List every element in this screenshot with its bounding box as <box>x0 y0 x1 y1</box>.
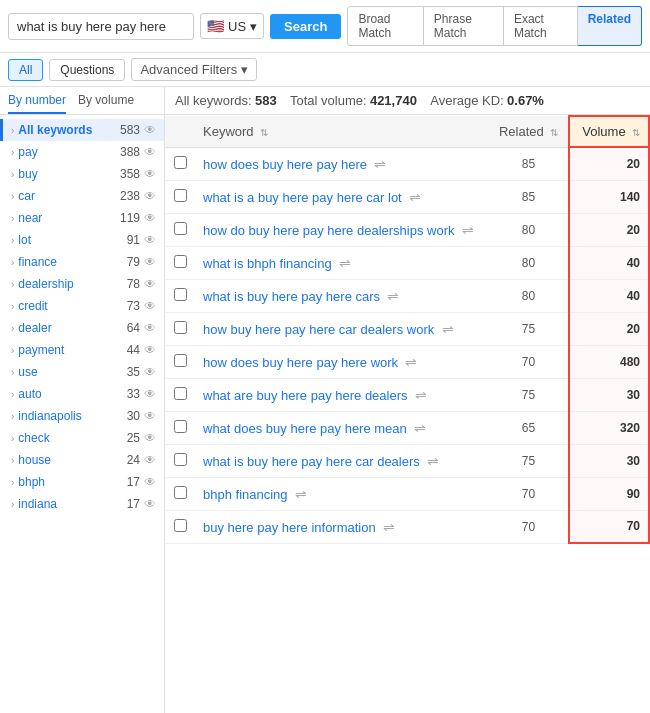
add-to-list-icon[interactable]: ⇌ <box>442 321 454 337</box>
eye-icon[interactable]: 👁 <box>144 343 156 357</box>
eye-icon[interactable]: 👁 <box>144 123 156 137</box>
row-checkbox[interactable] <box>174 519 187 532</box>
sidebar-keyword-item[interactable]: › check 25 👁 <box>0 427 164 449</box>
eye-icon[interactable]: 👁 <box>144 321 156 335</box>
sidebar-keyword-item[interactable]: › credit 73 👁 <box>0 295 164 317</box>
keyword-count: 35 <box>127 365 140 379</box>
exact-match-tab[interactable]: Exact Match <box>504 6 578 46</box>
keyword-link[interactable]: what is buy here pay here cars <box>203 289 380 304</box>
eye-icon[interactable]: 👁 <box>144 475 156 489</box>
row-checkbox[interactable] <box>174 255 187 268</box>
row-checkbox[interactable] <box>174 321 187 334</box>
eye-icon[interactable]: 👁 <box>144 277 156 291</box>
keyword-link[interactable]: what is a buy here pay here car lot <box>203 190 402 205</box>
sidebar-keyword-item[interactable]: › finance 79 👁 <box>0 251 164 273</box>
row-checkbox[interactable] <box>174 354 187 367</box>
keyword-link[interactable]: what does buy here pay here mean <box>203 421 407 436</box>
row-checkbox-cell <box>165 444 195 477</box>
add-to-list-icon[interactable]: ⇌ <box>387 288 399 304</box>
keyword-link[interactable]: what is buy here pay here car dealers <box>203 454 420 469</box>
eye-icon[interactable]: 👁 <box>144 365 156 379</box>
related-tab[interactable]: Related <box>578 6 642 46</box>
row-checkbox[interactable] <box>174 222 187 235</box>
search-input[interactable] <box>8 13 194 40</box>
row-checkbox[interactable] <box>174 387 187 400</box>
eye-icon[interactable]: 👁 <box>144 497 156 511</box>
keyword-name: near <box>18 211 120 225</box>
all-filter-button[interactable]: All <box>8 59 43 81</box>
row-checkbox-cell <box>165 312 195 345</box>
volume-column-header[interactable]: Volume ⇅ <box>569 116 649 147</box>
row-checkbox[interactable] <box>174 189 187 202</box>
keyword-link[interactable]: how buy here pay here car dealers work <box>203 322 434 337</box>
add-to-list-icon[interactable]: ⇌ <box>405 354 417 370</box>
add-to-list-icon[interactable]: ⇌ <box>374 156 386 172</box>
sidebar-keyword-item[interactable]: › payment 44 👁 <box>0 339 164 361</box>
eye-icon[interactable]: 👁 <box>144 387 156 401</box>
row-checkbox[interactable] <box>174 486 187 499</box>
sidebar-keyword-item[interactable]: › lot 91 👁 <box>0 229 164 251</box>
eye-icon[interactable]: 👁 <box>144 299 156 313</box>
keyword-link[interactable]: bhph financing <box>203 487 288 502</box>
sidebar-keyword-item[interactable]: › use 35 👁 <box>0 361 164 383</box>
keyword-link[interactable]: how does buy here pay here <box>203 157 367 172</box>
volume-cell: 70 <box>569 510 649 543</box>
questions-filter-button[interactable]: Questions <box>49 59 125 81</box>
eye-icon[interactable]: 👁 <box>144 167 156 181</box>
sort-tabs: By number By volume <box>0 87 164 115</box>
sort-by-volume-tab[interactable]: By volume <box>78 93 134 114</box>
advanced-filters-button[interactable]: Advanced Filters ▾ <box>131 58 257 81</box>
eye-icon[interactable]: 👁 <box>144 145 156 159</box>
sidebar-keyword-item[interactable]: › auto 33 👁 <box>0 383 164 405</box>
add-to-list-icon[interactable]: ⇌ <box>383 519 395 535</box>
sidebar-keyword-item[interactable]: › indiana 17 👁 <box>0 493 164 515</box>
keyword-name: use <box>18 365 126 379</box>
eye-icon[interactable]: 👁 <box>144 211 156 225</box>
eye-icon[interactable]: 👁 <box>144 453 156 467</box>
broad-match-tab[interactable]: Broad Match <box>347 6 423 46</box>
row-checkbox[interactable] <box>174 453 187 466</box>
add-to-list-icon[interactable]: ⇌ <box>415 387 427 403</box>
keyword-link[interactable]: buy here pay here information <box>203 520 376 535</box>
phrase-match-tab[interactable]: Phrase Match <box>424 6 504 46</box>
keyword-count: 78 <box>127 277 140 291</box>
keyword-count: 64 <box>127 321 140 335</box>
add-to-list-icon[interactable]: ⇌ <box>295 486 307 502</box>
row-checkbox[interactable] <box>174 420 187 433</box>
add-to-list-icon[interactable]: ⇌ <box>427 453 439 469</box>
related-column-header[interactable]: Related ⇅ <box>489 116 569 147</box>
sidebar-keyword-item[interactable]: › bhph 17 👁 <box>0 471 164 493</box>
sidebar-keyword-item[interactable]: › dealership 78 👁 <box>0 273 164 295</box>
row-checkbox[interactable] <box>174 156 187 169</box>
add-to-list-icon[interactable]: ⇌ <box>414 420 426 436</box>
sidebar-keyword-item[interactable]: › All keywords 583 👁 <box>0 119 164 141</box>
sidebar-keyword-item[interactable]: › near 119 👁 <box>0 207 164 229</box>
sidebar-keyword-item[interactable]: › indianapolis 30 👁 <box>0 405 164 427</box>
eye-icon[interactable]: 👁 <box>144 255 156 269</box>
search-button[interactable]: Search <box>270 14 341 39</box>
sidebar-keyword-item[interactable]: › house 24 👁 <box>0 449 164 471</box>
sidebar-keyword-item[interactable]: › buy 358 👁 <box>0 163 164 185</box>
keyword-column-header[interactable]: Keyword ⇅ <box>195 116 489 147</box>
sidebar-keyword-item[interactable]: › car 238 👁 <box>0 185 164 207</box>
eye-icon[interactable]: 👁 <box>144 233 156 247</box>
eye-icon[interactable]: 👁 <box>144 431 156 445</box>
eye-icon[interactable]: 👁 <box>144 409 156 423</box>
main-content: By number By volume › All keywords 583 👁… <box>0 87 650 713</box>
keyword-link[interactable]: how do buy here pay here dealerships wor… <box>203 223 454 238</box>
sidebar-keyword-item[interactable]: › pay 388 👁 <box>0 141 164 163</box>
sort-by-number-tab[interactable]: By number <box>8 93 66 114</box>
related-cell: 70 <box>489 510 569 543</box>
add-to-list-icon[interactable]: ⇌ <box>339 255 351 271</box>
row-checkbox[interactable] <box>174 288 187 301</box>
table-row: buy here pay here information ⇌ 70 70 <box>165 510 649 543</box>
filter-bar: All Questions Advanced Filters ▾ <box>0 53 650 87</box>
keyword-link[interactable]: how does buy here pay here work <box>203 355 398 370</box>
keyword-link[interactable]: what is bhph financing <box>203 256 332 271</box>
country-selector[interactable]: 🇺🇸 US ▾ <box>200 13 264 39</box>
eye-icon[interactable]: 👁 <box>144 189 156 203</box>
add-to-list-icon[interactable]: ⇌ <box>462 222 474 238</box>
add-to-list-icon[interactable]: ⇌ <box>409 189 421 205</box>
keyword-link[interactable]: what are buy here pay here dealers <box>203 388 408 403</box>
sidebar-keyword-item[interactable]: › dealer 64 👁 <box>0 317 164 339</box>
